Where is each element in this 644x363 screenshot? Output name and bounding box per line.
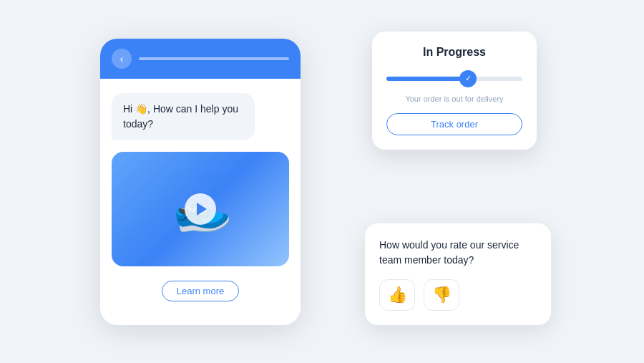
thumbs-down-button[interactable]: 👎 [424,279,459,311]
progress-bar-container: ✓ [386,70,522,87]
greeting-bubble: Hi 👋, How can I help you today? [112,93,255,140]
back-icon: ‹ [120,53,124,64]
learn-more-button[interactable]: Learn more [162,281,239,301]
order-card-title: In Progress [386,46,522,59]
chat-phone: ‹ Hi 👋, How can I help you today? 👟 Lear… [100,39,301,325]
header-line [139,57,289,60]
play-button[interactable] [185,193,216,225]
thumbs-up-icon: 👍 [388,286,407,304]
thumbs-down-icon: 👎 [432,286,452,304]
track-order-button[interactable]: Track order [386,113,522,135]
chat-body: Hi 👋, How can I help you today? 👟 Learn … [100,79,301,316]
play-icon [197,203,207,216]
back-button[interactable]: ‹ [112,49,132,69]
progress-dot: ✓ [459,70,477,87]
order-status-text: Your order is out for delivery [386,95,522,103]
check-icon: ✓ [465,74,472,83]
chat-header: ‹ [100,39,301,79]
rating-card: How would you rate our service team memb… [365,223,551,325]
thumbs-up-button[interactable]: 👍 [379,279,415,311]
main-scene: ‹ Hi 👋, How can I help you today? 👟 Lear… [79,24,565,339]
greeting-text: Hi 👋, How can I help you today? [123,103,238,130]
rating-question: How would you rate our service team memb… [379,238,537,268]
progress-fill [386,77,468,81]
video-card[interactable]: 👟 [112,152,289,266]
rating-buttons: 👍 👎 [379,279,537,311]
order-tracking-card: In Progress ✓ Your order is out for deli… [372,32,537,150]
